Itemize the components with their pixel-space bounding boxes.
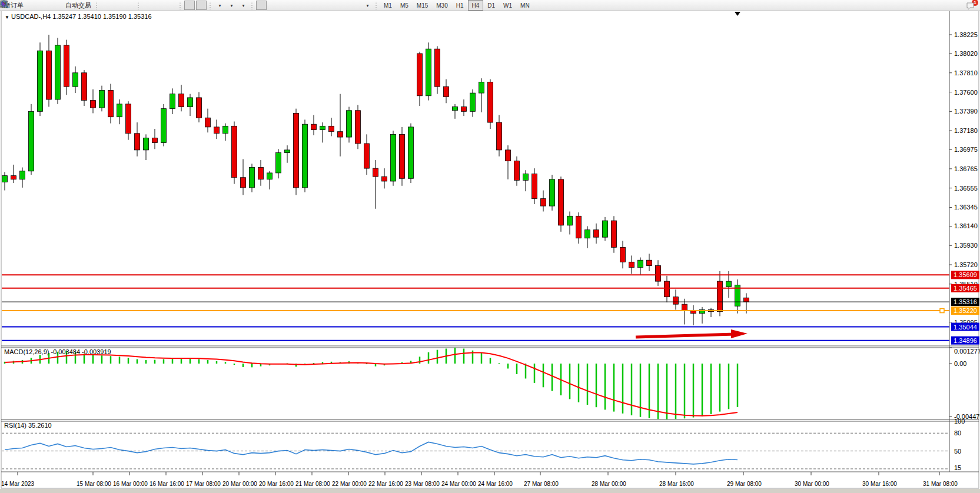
macd-axis-label: 0.001277: [954, 348, 980, 355]
candle: [108, 90, 114, 116]
candle: [435, 49, 440, 86]
timeframe-button-MN[interactable]: MN: [516, 0, 534, 11]
date-label: 22 Mar 16:00: [368, 481, 403, 487]
candle: [303, 124, 308, 188]
candle: [629, 262, 634, 267]
candle: [126, 104, 131, 134]
equidistant-channel-button[interactable]: E: [315, 1, 325, 10]
chart-symbol: USDCAD-,H4: [11, 13, 51, 20]
candle: [197, 98, 202, 118]
rsi-label: RSI(14) 35.2610: [4, 422, 52, 429]
candlestick-chart-button[interactable]: [112, 1, 123, 10]
chat-bubble-icon: [966, 1, 975, 10]
tile-windows-button[interactable]: [166, 1, 177, 10]
candle: [99, 90, 105, 108]
candle: [46, 51, 52, 99]
candle: [135, 134, 140, 150]
main-toolbar: 新订单 自动交易 ▾ ▾: [0, 0, 980, 11]
candle: [488, 82, 493, 122]
notifications-button[interactable]: 1: [965, 1, 976, 10]
fibonacci-button[interactable]: F: [327, 1, 337, 10]
templates-button[interactable]: ▾: [238, 1, 248, 10]
candle: [214, 127, 220, 134]
date-label: 17 Mar 08:00: [186, 481, 221, 487]
trendline-button[interactable]: [303, 1, 314, 10]
candle: [594, 230, 599, 237]
line-handle[interactable]: [940, 309, 944, 313]
line-chart-button[interactable]: [124, 1, 135, 10]
timeframe-button-M30[interactable]: M30: [432, 0, 451, 11]
price-tick-label: 1.36140: [954, 222, 978, 229]
timeframe-button-H1[interactable]: H1: [452, 0, 468, 11]
date-label: 15 Mar 08:00: [77, 481, 111, 487]
styler-button[interactable]: [26, 1, 37, 10]
toolbar-grip: [374, 1, 378, 9]
chart-canvas[interactable]: 1.382251.380201.378101.376001.373901.371…: [0, 0, 980, 493]
candle: [144, 138, 149, 150]
text-label-button[interactable]: T: [350, 1, 361, 10]
candle: [638, 260, 643, 267]
zoom-out-button[interactable]: [154, 1, 165, 10]
candle: [726, 281, 732, 287]
ohlc-low: 1.35190: [103, 13, 127, 20]
rsi-axis-label: 80: [954, 429, 961, 437]
cursor-button[interactable]: [256, 1, 267, 10]
candle: [417, 54, 423, 96]
bar-chart-button[interactable]: [101, 1, 111, 10]
periods-button[interactable]: ▾: [226, 1, 237, 10]
profile-button[interactable]: [38, 1, 49, 10]
candle: [311, 124, 317, 129]
indicators-button[interactable]: ▾: [214, 1, 225, 10]
timeframe-button-D1[interactable]: D1: [483, 0, 499, 11]
candle: [426, 49, 431, 96]
price-tick-label: 1.35930: [954, 242, 978, 249]
candle: [400, 134, 405, 178]
price-badge-label: 1.34896: [954, 337, 977, 344]
candle: [356, 111, 361, 144]
crosshair-button[interactable]: [268, 1, 278, 10]
timeframe-button-W1[interactable]: W1: [499, 0, 516, 11]
date-label: 28 Mar 16:00: [659, 481, 694, 487]
date-label: 24 Mar 16:00: [478, 481, 513, 487]
auto-scroll-button[interactable]: [184, 1, 195, 10]
candle: [559, 179, 564, 225]
candle: [453, 107, 458, 111]
text-button[interactable]: A: [338, 1, 349, 10]
macd-label: MACD(12,26,9) -0.003484 -0.003919: [4, 348, 111, 355]
chevron-down-icon: ▾: [218, 3, 221, 8]
candle: [294, 113, 299, 187]
arrows-button[interactable]: ▾: [362, 1, 373, 10]
price-tick-label: 1.35720: [954, 261, 978, 268]
vertical-line-button[interactable]: [280, 1, 290, 10]
toolbar-grip: [208, 1, 212, 9]
candle: [188, 98, 193, 107]
search-button[interactable]: [954, 1, 964, 10]
timeframe-button-M5[interactable]: M5: [396, 0, 413, 11]
candle: [232, 126, 237, 177]
timeframe-button-M15[interactable]: M15: [413, 0, 432, 11]
rsi-axis-label: 50: [954, 448, 961, 455]
candle: [2, 176, 8, 182]
horizontal-line-button[interactable]: [291, 1, 302, 10]
candle: [55, 45, 61, 99]
price-badge-label: 1.35465: [954, 285, 977, 292]
auto-trading-button[interactable]: 自动交易: [62, 1, 93, 10]
price-panel[interactable]: [2, 11, 949, 346]
price-tick-label: 1.38225: [954, 31, 978, 38]
candle: [532, 174, 537, 198]
macd-subwindow[interactable]: [2, 348, 949, 419]
timeframe-button-M1[interactable]: M1: [380, 0, 396, 11]
timeframe-button-H4[interactable]: H4: [468, 0, 484, 11]
candle: [647, 260, 652, 265]
chart-shift-button[interactable]: [196, 1, 207, 10]
candle: [347, 111, 352, 137]
candle: [258, 168, 264, 179]
window-bottom-strip: [0, 489, 980, 493]
date-label: 28 Mar 00:00: [592, 481, 626, 487]
candle: [73, 73, 78, 86]
rsi-subwindow[interactable]: [2, 421, 949, 472]
price-tick-label: 1.36555: [954, 185, 978, 192]
zoom-in-button[interactable]: [142, 1, 153, 10]
signal-button[interactable]: [50, 1, 61, 10]
candle: [29, 111, 34, 171]
